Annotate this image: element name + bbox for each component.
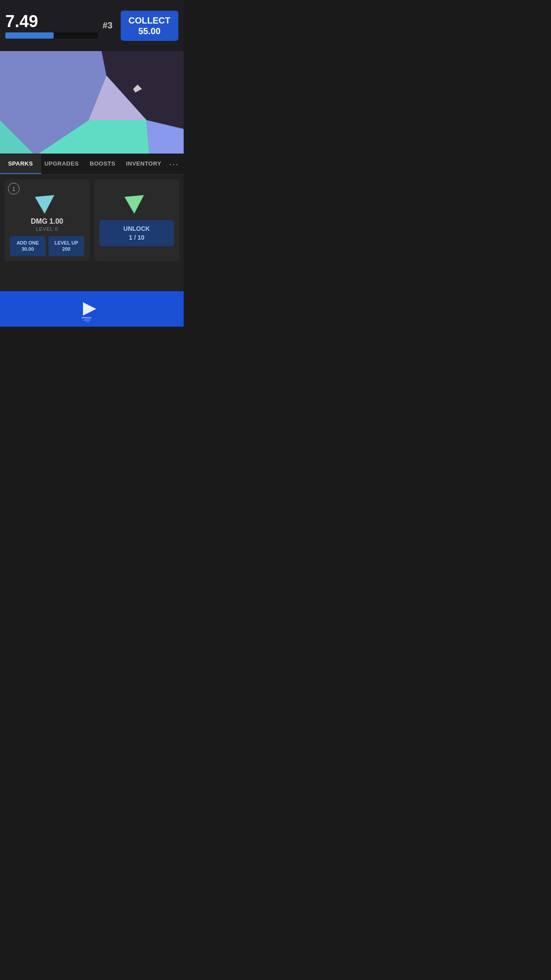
unlock-label: UNLOCK bbox=[123, 225, 150, 232]
tab-upgrades[interactable]: UPGRADES bbox=[41, 154, 83, 174]
play-arrow-icon bbox=[79, 296, 105, 322]
unlock-button[interactable]: UNLOCK 1 / 10 bbox=[99, 220, 174, 246]
tab-sparks[interactable]: SPARKS bbox=[0, 154, 41, 174]
progress-bar-container bbox=[5, 32, 98, 39]
progress-bar bbox=[5, 32, 54, 39]
sparks-grid: 1 DMG 1.00 LEVEL 0 ADD ONE30.00 LEVEL UP… bbox=[0, 175, 184, 291]
spark-buttons-1: ADD ONE30.00 LEVEL UP200 bbox=[10, 236, 84, 256]
more-button[interactable]: ··· bbox=[164, 154, 184, 175]
spark-card-2: UNLOCK 1 / 10 bbox=[94, 179, 179, 261]
tab-bar: SPARKS UPGRADES BOOSTS INVENTORY ··· bbox=[0, 154, 184, 175]
spark-arrow-icon-2 bbox=[125, 186, 149, 213]
spark-name-1: DMG 1.00 bbox=[31, 217, 63, 225]
collect-label: COLLECT bbox=[129, 16, 170, 25]
svg-marker-7 bbox=[83, 302, 96, 316]
score-display: 7.49 bbox=[5, 13, 98, 30]
spark-level-1: LEVEL 0 bbox=[36, 226, 58, 232]
collect-value: 55.00 bbox=[138, 26, 161, 36]
bottom-panel: SPARKS UPGRADES BOOSTS INVENTORY ··· 1 D… bbox=[0, 154, 184, 327]
collect-button[interactable]: COLLECT 55.00 bbox=[121, 11, 178, 41]
bottom-play-bar[interactable] bbox=[0, 291, 184, 327]
level-up-button[interactable]: LEVEL UP200 bbox=[48, 236, 84, 256]
spark-number-1: 1 bbox=[8, 183, 20, 194]
add-one-button[interactable]: ADD ONE30.00 bbox=[10, 236, 46, 256]
unlock-value: 1 / 10 bbox=[129, 234, 144, 241]
rank-badge: #3 bbox=[102, 20, 112, 31]
game-canvas bbox=[0, 51, 184, 154]
tab-boosts[interactable]: BOOSTS bbox=[82, 154, 123, 174]
play-icon-svg bbox=[79, 296, 105, 322]
spark-card-1: 1 DMG 1.00 LEVEL 0 ADD ONE30.00 LEVEL UP… bbox=[4, 179, 90, 261]
spark-icon-area-1 bbox=[29, 185, 65, 216]
tab-inventory[interactable]: INVENTORY bbox=[123, 154, 165, 174]
header: 7.49 #3 COLLECT 55.00 bbox=[0, 0, 184, 51]
more-dots-icon: ··· bbox=[169, 159, 179, 169]
spark-arrow-icon-1 bbox=[35, 186, 59, 213]
game-area[interactable] bbox=[0, 51, 184, 154]
score-section: 7.49 bbox=[5, 13, 98, 39]
spark-icon-area-2 bbox=[119, 185, 154, 216]
